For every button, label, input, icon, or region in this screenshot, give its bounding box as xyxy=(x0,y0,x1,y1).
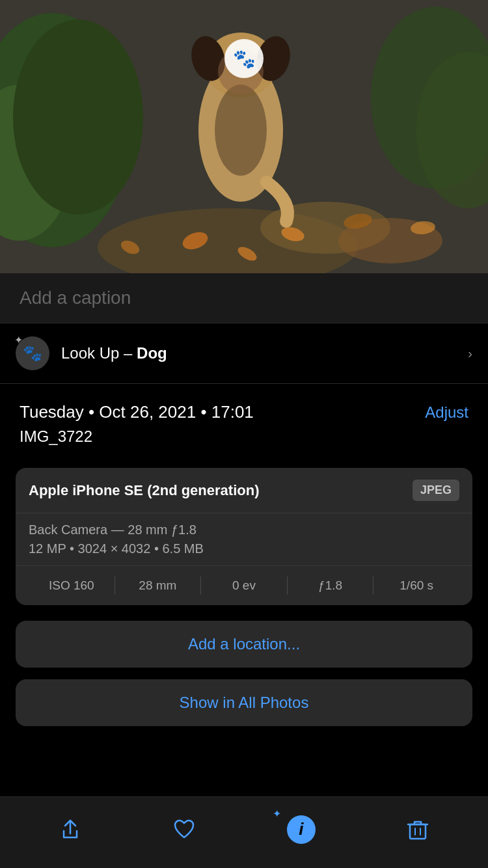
lookup-row[interactable]: ✦ 🐾 Look Up – Dog › xyxy=(0,323,488,384)
exif-ev: 0 ev xyxy=(201,578,287,593)
trash-icon xyxy=(406,818,429,841)
camera-info-card: Apple iPhone SE (2nd generation) JPEG Ba… xyxy=(16,468,472,605)
caption-area[interactable]: Add a caption xyxy=(0,273,488,323)
add-location-button[interactable]: Add a location... xyxy=(16,621,472,668)
exif-shutter: 1/60 s xyxy=(373,578,459,593)
focal-length: 28 mm xyxy=(128,522,167,537)
exif-row: ISO 160 28 mm 0 ev ƒ1.8 1/60 s xyxy=(16,566,472,605)
adjust-button[interactable]: Adjust xyxy=(425,403,468,422)
lookup-subject: Dog xyxy=(137,344,167,362)
megapixels: 12 MP xyxy=(29,541,66,556)
camera-model: Apple iPhone SE (2nd generation) xyxy=(29,482,259,499)
svg-rect-21 xyxy=(410,824,426,839)
lookup-label: Look Up – xyxy=(61,344,137,362)
camera-line2: 12 MP • 3024 × 4032 • 6.5 MB xyxy=(29,541,459,556)
file-size: 6.5 MB xyxy=(162,541,203,556)
dot1: • xyxy=(70,541,78,556)
share-icon xyxy=(59,818,82,841)
exif-aperture: ƒ1.8 xyxy=(288,578,373,593)
svg-point-17 xyxy=(215,85,267,176)
exif-focal: 28 mm xyxy=(115,578,201,593)
show-all-photos-button[interactable]: Show in All Photos xyxy=(16,679,472,726)
date-row: Tuesday • Oct 26, 2021 • 17:01 Adjust xyxy=(20,402,468,422)
filename: IMG_3722 xyxy=(20,427,468,446)
sparkle-icon: ✦ xyxy=(14,334,23,346)
sparkle-info-icon: ✦ xyxy=(273,807,281,820)
dash: — xyxy=(111,522,128,537)
camera-details: Back Camera — 28 mm ƒ1.8 12 MP • 3024 × … xyxy=(16,513,472,566)
show-all-photos-label: Show in All Photos xyxy=(180,694,309,712)
dot2: • xyxy=(154,541,163,556)
paw-recognition-badge: 🐾 xyxy=(224,39,264,78)
camera-line1: Back Camera — 28 mm ƒ1.8 xyxy=(29,522,459,537)
favorite-button[interactable] xyxy=(159,811,209,848)
exif-iso: ISO 160 xyxy=(29,578,115,593)
chevron-right-icon: › xyxy=(468,346,472,361)
bottom-toolbar: ✦ i xyxy=(0,796,488,868)
delete-button[interactable] xyxy=(393,811,442,848)
heart-icon xyxy=(172,818,196,841)
paw-emoji: 🐾 xyxy=(233,48,256,70)
format-badge: JPEG xyxy=(413,480,459,501)
lookup-text: Look Up – Dog xyxy=(61,344,463,362)
aperture-value: ƒ1.8 xyxy=(171,522,197,537)
photo-area: 🐾 xyxy=(0,0,488,273)
caption-placeholder[interactable]: Add a caption xyxy=(20,288,131,308)
camera-header: Apple iPhone SE (2nd generation) JPEG xyxy=(16,468,472,513)
info-button[interactable]: ✦ i xyxy=(274,809,329,850)
svg-point-3 xyxy=(13,20,143,215)
photo-background: 🐾 xyxy=(0,0,488,273)
date-text: Tuesday • Oct 26, 2021 • 17:01 xyxy=(20,402,254,422)
lens-name: Back Camera xyxy=(29,522,107,537)
add-location-label: Add a location... xyxy=(188,635,300,653)
info-section: Tuesday • Oct 26, 2021 • 17:01 Adjust IM… xyxy=(0,384,488,468)
info-circle: i xyxy=(287,815,316,844)
resolution: 3024 × 4032 xyxy=(78,541,151,556)
share-button[interactable] xyxy=(46,811,95,848)
